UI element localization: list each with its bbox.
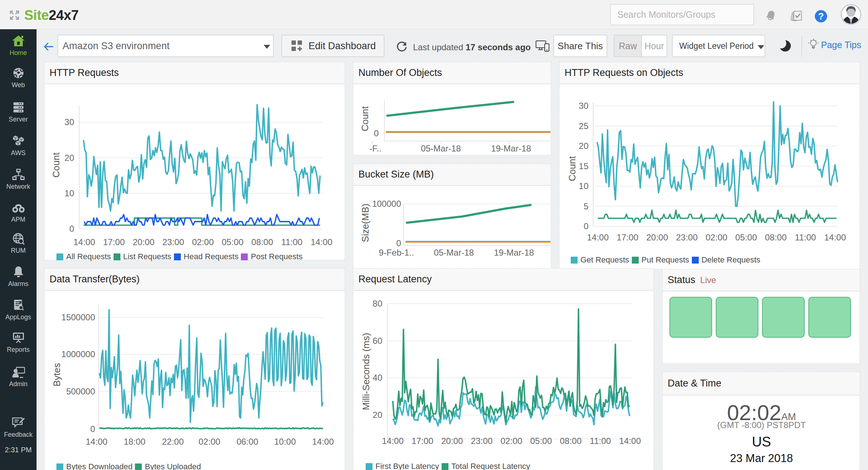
svg-text:14:00: 14:00 xyxy=(587,232,609,242)
svg-text:25: 25 xyxy=(579,121,588,131)
svg-text:1000000: 1000000 xyxy=(61,349,95,359)
svg-text:22:00: 22:00 xyxy=(162,437,184,446)
svg-text:10: 10 xyxy=(64,188,74,198)
svg-text:11:00: 11:00 xyxy=(281,237,302,247)
svg-text:0: 0 xyxy=(90,424,95,434)
svg-text:40: 40 xyxy=(373,373,382,383)
svg-text:02:00: 02:00 xyxy=(706,232,727,242)
svg-text:10:00: 10:00 xyxy=(274,437,296,446)
svg-text:17:00: 17:00 xyxy=(412,436,433,446)
svg-text:0: 0 xyxy=(584,221,588,231)
svg-text:30: 30 xyxy=(64,117,74,127)
svg-text:17:00: 17:00 xyxy=(103,237,125,247)
svg-text:23:00: 23:00 xyxy=(471,436,493,446)
svg-text:17:00: 17:00 xyxy=(617,232,638,242)
svg-text:5: 5 xyxy=(584,201,588,211)
svg-text:11:00: 11:00 xyxy=(795,232,816,242)
svg-text:20:00: 20:00 xyxy=(133,237,154,247)
svg-text:14:00: 14:00 xyxy=(382,436,404,446)
svg-text:20: 20 xyxy=(373,410,382,420)
svg-text:05:00: 05:00 xyxy=(222,237,243,247)
svg-text:14:00: 14:00 xyxy=(312,437,334,446)
svg-text:08:00: 08:00 xyxy=(560,436,582,446)
svg-text:05-Mar-18: 05-Mar-18 xyxy=(434,248,474,257)
svg-text:60: 60 xyxy=(373,336,382,346)
svg-text:0: 0 xyxy=(374,128,379,138)
svg-text:30: 30 xyxy=(579,101,588,111)
svg-text:-F..: -F.. xyxy=(369,144,381,153)
svg-text:14:00: 14:00 xyxy=(311,237,332,247)
svg-text:05:00: 05:00 xyxy=(735,232,757,242)
svg-text:05-Mar-18: 05-Mar-18 xyxy=(421,144,461,153)
svg-text:14:00: 14:00 xyxy=(619,436,641,446)
svg-text:08:00: 08:00 xyxy=(765,232,787,242)
svg-text:08:00: 08:00 xyxy=(251,237,273,247)
svg-text:11:00: 11:00 xyxy=(590,436,611,446)
svg-text:15: 15 xyxy=(579,161,588,171)
svg-text:9-Feb-1..: 9-Feb-1.. xyxy=(379,248,414,257)
svg-text:02:00: 02:00 xyxy=(192,237,214,247)
svg-text:06:00: 06:00 xyxy=(237,437,258,446)
svg-text:02:00: 02:00 xyxy=(199,437,220,446)
svg-text:18:00: 18:00 xyxy=(124,437,145,446)
svg-text:19-Mar-18: 19-Mar-18 xyxy=(491,144,531,153)
svg-text:100000: 100000 xyxy=(372,199,401,209)
svg-text:02:00: 02:00 xyxy=(501,436,522,446)
svg-text:14:00: 14:00 xyxy=(73,237,95,247)
svg-text:23:00: 23:00 xyxy=(162,237,184,247)
svg-text:20: 20 xyxy=(64,153,74,163)
svg-text:05:00: 05:00 xyxy=(530,436,552,446)
svg-text:20: 20 xyxy=(579,141,588,151)
svg-text:80: 80 xyxy=(373,299,382,308)
svg-text:500000: 500000 xyxy=(66,386,95,396)
svg-text:0: 0 xyxy=(69,224,74,234)
svg-text:0: 0 xyxy=(396,238,401,248)
svg-text:10: 10 xyxy=(579,181,588,191)
svg-text:1500000: 1500000 xyxy=(61,312,95,322)
svg-text:14:00: 14:00 xyxy=(824,232,846,242)
svg-text:19-Mar-18: 19-Mar-18 xyxy=(494,248,534,257)
svg-text:?: ? xyxy=(818,11,824,22)
svg-text:14:00: 14:00 xyxy=(86,437,107,446)
svg-text:23:00: 23:00 xyxy=(676,232,698,242)
svg-text:20:00: 20:00 xyxy=(441,436,463,446)
svg-text:20:00: 20:00 xyxy=(646,232,668,242)
